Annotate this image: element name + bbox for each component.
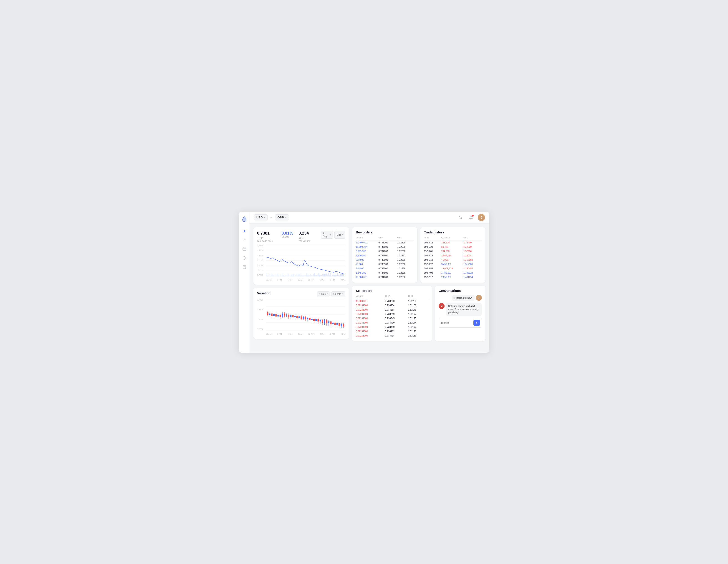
- svg-rect-24: [272, 273, 272, 276]
- sidebar-item-check[interactable]: [241, 255, 248, 262]
- table-row: 0.072310000.7383451.32175: [356, 316, 428, 321]
- sidebar-item-star[interactable]: ★: [241, 228, 248, 235]
- buy-volume: 9,989,000: [356, 249, 378, 253]
- table-row: 0.072310000.7382491.32177: [356, 312, 428, 316]
- svg-rect-0: [243, 248, 246, 250]
- trade-quantity: 234,598: [441, 249, 463, 253]
- buy-volume: 8,800,000: [356, 253, 378, 258]
- heart-icon: ♡: [243, 238, 246, 242]
- sidebar-item-calendar[interactable]: [241, 246, 248, 253]
- app-container: ★ ♡: [239, 212, 489, 353]
- svg-rect-156: [322, 320, 323, 323]
- volume-number: 3,234: [299, 231, 309, 235]
- timeframe-label: 1 Day: [323, 232, 329, 238]
- conversation-message-2: M Not sure. I would wait a bit more. Tom…: [439, 303, 482, 316]
- trade-history-panel: Trade history Time Quantity USD: [420, 227, 485, 283]
- svg-rect-124: [288, 315, 289, 317]
- buy-col-gbp: GBP: [378, 236, 397, 240]
- table-row: 09:56:223,450,9001.317989: [424, 262, 482, 266]
- search-icon: [459, 216, 462, 219]
- variation-chart-panel: Variation 1 Day ▾ Candle ▾: [253, 288, 349, 339]
- svg-rect-30: [278, 274, 278, 276]
- search-button[interactable]: [457, 214, 464, 221]
- sell-volume: 0.07231000: [356, 334, 385, 338]
- table-row: 0.072310000.7382341.32180: [356, 303, 428, 308]
- buy-usd: 1.32567: [397, 253, 414, 258]
- svg-rect-38: [286, 275, 286, 276]
- buy-volume: 18,900,000: [356, 275, 378, 279]
- svg-rect-108: [271, 314, 273, 316]
- buy-usd: 1.32550: [397, 249, 414, 253]
- conversation-input-row: ➤: [439, 318, 482, 328]
- sidebar-item-heart[interactable]: ♡: [241, 237, 248, 244]
- volume-label: 24h volume: [299, 240, 316, 242]
- orders-pair-bottom: Sell orders Volume GBP USD: [352, 286, 485, 341]
- svg-rect-55: [303, 275, 303, 276]
- buy-usd: 1.32500: [397, 245, 414, 249]
- send-icon: ➤: [475, 321, 478, 324]
- svg-rect-90: [337, 273, 338, 276]
- svg-rect-63: [311, 274, 311, 276]
- currency-from-selector[interactable]: USD ▾: [254, 214, 268, 220]
- variation-chart-type-selector[interactable]: Candle ▾: [331, 291, 345, 296]
- svg-rect-37: [285, 274, 285, 276]
- svg-point-4: [243, 256, 246, 259]
- trade-quantity: 123,900: [441, 240, 463, 245]
- svg-rect-140: [305, 317, 306, 319]
- send-button[interactable]: ➤: [473, 320, 480, 326]
- trade-quantity: 23,009,129: [441, 266, 463, 271]
- sell-col-gbp: GBP: [385, 295, 408, 299]
- svg-rect-122: [286, 315, 287, 316]
- svg-rect-174: [341, 324, 342, 326]
- currency-to-selector[interactable]: GBP ▾: [275, 214, 289, 220]
- trade-col-quantity: Quantity: [441, 236, 463, 240]
- sell-gbp: 0.738200: [385, 299, 408, 303]
- table-row: 09:55:2050,4851.32500: [424, 245, 482, 249]
- svg-rect-23: [271, 273, 271, 276]
- trade-quantity: 45,908: [441, 258, 463, 262]
- sidebar-item-file[interactable]: [241, 264, 248, 271]
- svg-rect-75: [322, 273, 323, 276]
- svg-rect-164: [330, 321, 331, 324]
- trade-time: 09:57:12: [424, 275, 441, 279]
- svg-rect-128: [292, 315, 293, 317]
- sell-orders-panel: Sell orders Volume GBP USD: [352, 286, 432, 341]
- trade-usd: 1.32034: [463, 253, 482, 258]
- svg-rect-21: [269, 274, 269, 276]
- svg-rect-138: [303, 317, 304, 319]
- timeframe-selector[interactable]: 1 Day ▾: [321, 231, 333, 239]
- svg-rect-32: [280, 274, 280, 276]
- trade-time: 09:56:56: [424, 266, 441, 271]
- candle-chart-svg-container: [266, 299, 345, 331]
- user-avatar[interactable]: J: [478, 214, 485, 221]
- line-chart-svg-container: [266, 245, 345, 276]
- svg-rect-60: [308, 275, 308, 276]
- svg-rect-51: [298, 274, 299, 276]
- message-avatar-1: J: [476, 295, 482, 301]
- svg-rect-22: [270, 276, 270, 276]
- trade-time: 09:55:20: [424, 245, 441, 249]
- variation-timeframe-selector[interactable]: 1 Day ▾: [317, 291, 330, 296]
- chart-type-label: Line: [336, 233, 341, 236]
- sell-usd: 1.32177: [408, 312, 428, 316]
- svg-rect-146: [311, 319, 313, 320]
- svg-rect-53: [301, 274, 301, 276]
- buy-usd: 1.32400: [397, 240, 414, 245]
- conversation-input[interactable]: [441, 321, 472, 324]
- buy-orders-title: Buy orders: [356, 230, 414, 234]
- svg-rect-120: [284, 314, 285, 316]
- table-row: 0.072310000.7384121.32170: [356, 329, 428, 334]
- svg-rect-76: [324, 274, 324, 276]
- buy-gbp: 0.737000: [378, 249, 397, 253]
- svg-rect-83: [330, 273, 331, 276]
- svg-rect-43: [291, 275, 291, 276]
- buy-gbp: 0.738100: [378, 240, 397, 245]
- message-bubble-2: Not sure. I would wait a bit more. Tomor…: [446, 303, 482, 316]
- buy-col-volume: Volume: [356, 236, 378, 240]
- notification-button[interactable]: [467, 214, 475, 221]
- trade-quantity: 3,450,900: [441, 262, 463, 266]
- chart-type-selector[interactable]: Line ▾: [334, 231, 345, 239]
- currency-from-label: USD: [256, 216, 263, 219]
- sell-volume: 0.07231000: [356, 316, 385, 321]
- svg-rect-74: [321, 275, 322, 276]
